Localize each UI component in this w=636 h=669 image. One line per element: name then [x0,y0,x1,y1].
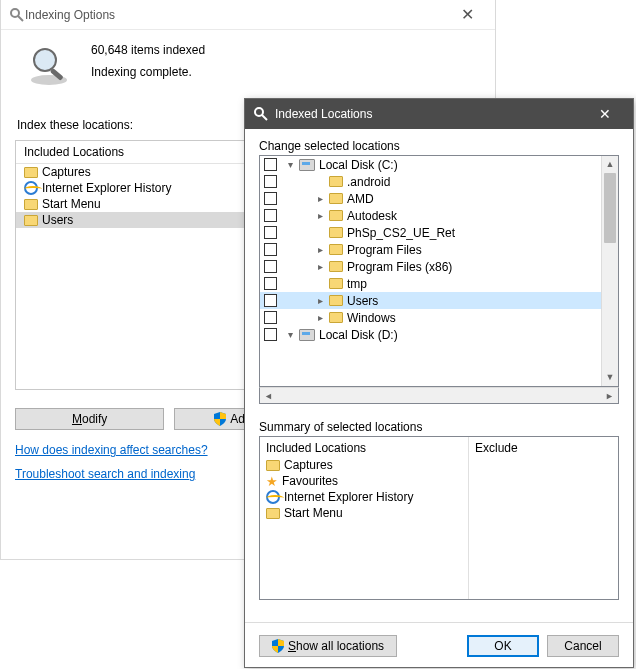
horizontal-scrollbar[interactable]: ◄ ► [259,387,619,404]
folder-icon [329,193,343,204]
tree-row-label: .android [347,175,390,189]
scroll-up-icon[interactable]: ▲ [602,156,618,173]
expander-right-icon[interactable]: ▸ [315,193,325,204]
window-title: Indexed Locations [269,107,585,121]
tree-row-label: tmp [347,277,367,291]
list-item-label: Captures [42,165,91,179]
checkbox[interactable] [264,209,277,222]
tree-row[interactable]: .android [260,173,601,190]
tree-row-label: Local Disk (D:) [319,328,398,342]
close-button[interactable]: ✕ [447,5,487,24]
tree-row-label: Local Disk (C:) [319,158,398,172]
tree-row-label: Users [347,294,378,308]
separator [245,622,633,623]
tree-row-label: Program Files [347,243,422,257]
expander-right-icon[interactable]: ▸ [315,210,325,221]
scroll-thumb[interactable] [604,173,616,243]
scroll-right-icon[interactable]: ► [601,388,618,403]
folder-icon [329,278,343,289]
summary-row[interactable]: ★Favourites [266,473,462,489]
checkbox[interactable] [264,243,277,256]
tree-row[interactable]: ▸Windows [260,309,601,326]
indexing-status-block: 60,648 items indexed Indexing complete. [1,30,495,94]
list-item-label: Start Menu [42,197,101,211]
ie-icon [266,490,280,504]
checkbox[interactable] [264,226,277,239]
svg-line-1 [18,16,23,21]
checkbox[interactable] [264,192,277,205]
show-all-label: Show all locations [288,639,384,653]
expander-right-icon[interactable]: ▸ [315,295,325,306]
tree-row-label: Program Files (x86) [347,260,452,274]
show-all-locations-button[interactable]: Show all locations [259,635,397,657]
cancel-button[interactable]: Cancel [547,635,619,657]
ok-button[interactable]: OK [467,635,539,657]
tree-row[interactable]: tmp [260,275,601,292]
expander-down-icon[interactable]: ▾ [285,329,295,340]
expander-right-icon[interactable]: ▸ [315,244,325,255]
tree-row-label: PhSp_CS2_UE_Ret [347,226,455,240]
titlebar: Indexed Locations ✕ [245,99,633,129]
list-item-label: Users [42,213,73,227]
summary-row[interactable]: Captures [266,457,462,473]
tree-row-label: AMD [347,192,374,206]
summary-row-label: Start Menu [284,506,343,520]
indexing-status-text: Indexing complete. [91,62,205,84]
ie-icon [24,181,38,195]
expander-down-icon[interactable]: ▾ [285,159,295,170]
summary-row-label: Favourites [282,474,338,488]
magnifier-illustration-icon [25,40,73,88]
folder-icon [24,215,38,226]
locations-tree[interactable]: ▾Local Disk (C:).android▸AMD▸AutodeskPhS… [259,155,619,387]
folder-icon [329,312,343,323]
tree-row[interactable]: ▸Program Files (x86) [260,258,601,275]
summary-row[interactable]: Internet Explorer History [266,489,462,505]
tree-row[interactable]: ▾Local Disk (D:) [260,326,601,343]
indexed-locations-window: Indexed Locations ✕ Change selected loca… [244,98,634,668]
scroll-down-icon[interactable]: ▼ [602,369,618,386]
folder-icon [329,244,343,255]
summary-box: Included Locations Captures★FavouritesIn… [259,436,619,600]
search-app-icon [9,7,25,23]
window-title: Indexing Options [25,8,447,22]
shield-icon [272,639,284,653]
star-icon: ★ [266,475,278,488]
close-button[interactable]: ✕ [585,106,625,122]
tree-row[interactable]: ▸Autodesk [260,207,601,224]
svg-point-5 [255,108,263,116]
tree-row[interactable]: ▸Program Files [260,241,601,258]
checkbox[interactable] [264,175,277,188]
tree-row-label: Autodesk [347,209,397,223]
checkbox[interactable] [264,294,277,307]
titlebar: Indexing Options ✕ [1,0,495,30]
summary-label: Summary of selected locations [259,420,619,434]
folder-icon [329,210,343,221]
expander-right-icon[interactable]: ▸ [315,261,325,272]
modify-button-label: Modify [72,412,107,426]
scroll-left-icon[interactable]: ◄ [260,388,277,403]
checkbox[interactable] [264,277,277,290]
vertical-scrollbar[interactable]: ▲ ▼ [601,156,618,386]
checkbox[interactable] [264,158,277,171]
tree-row[interactable]: ▾Local Disk (C:) [260,156,601,173]
summary-row-label: Internet Explorer History [284,490,413,504]
disk-icon [299,159,315,171]
summary-included-header: Included Locations [266,441,462,457]
tree-row[interactable]: PhSp_CS2_UE_Ret [260,224,601,241]
summary-row[interactable]: Start Menu [266,505,462,521]
shield-icon [214,412,226,426]
folder-icon [266,460,280,471]
checkbox[interactable] [264,260,277,273]
expander-right-icon[interactable]: ▸ [315,312,325,323]
checkbox[interactable] [264,311,277,324]
modify-button[interactable]: Modify [15,408,164,430]
tree-row[interactable]: ▸Users [260,292,601,309]
tree-row[interactable]: ▸AMD [260,190,601,207]
folder-icon [24,167,38,178]
items-indexed-text: 60,648 items indexed [91,40,205,62]
tree-row-label: Windows [347,311,396,325]
folder-icon [329,261,343,272]
svg-point-0 [11,9,19,17]
checkbox[interactable] [264,328,277,341]
folder-icon [329,227,343,238]
